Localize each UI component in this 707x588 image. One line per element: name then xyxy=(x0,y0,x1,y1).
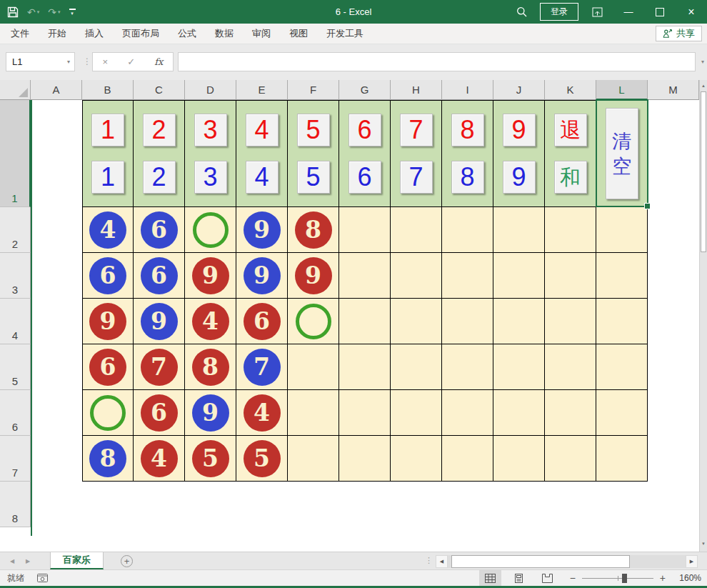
cell-c7[interactable]: 4 xyxy=(134,436,185,482)
ribbon-tab-data[interactable]: 数据 xyxy=(206,24,243,44)
cell-m2[interactable] xyxy=(648,207,699,253)
cell-b7[interactable]: 8 xyxy=(82,436,134,482)
previous-sheet-button[interactable]: ◀ xyxy=(4,552,20,569)
cell-j7[interactable] xyxy=(493,436,545,482)
column-header-l[interactable]: L xyxy=(596,80,648,100)
clear-button[interactable]: 清空 xyxy=(606,108,638,199)
column-header-h[interactable]: H xyxy=(391,80,442,100)
column-header-f[interactable]: F xyxy=(288,80,339,100)
cell-b3[interactable]: 6 xyxy=(82,253,134,299)
cell-c6[interactable]: 6 xyxy=(134,390,185,436)
search-button[interactable] xyxy=(506,0,537,24)
cell-g6[interactable] xyxy=(339,390,391,436)
ribbon-tab-formulas[interactable]: 公式 xyxy=(169,24,206,44)
scroll-down-icon[interactable]: ▼ xyxy=(700,542,707,546)
bet-button-blue-7[interactable]: 7 xyxy=(400,161,433,194)
cell-m4[interactable] xyxy=(648,299,699,344)
ribbon-tab-review[interactable]: 审阅 xyxy=(243,24,280,44)
cell-c3[interactable]: 6 xyxy=(134,253,185,299)
cell-d3[interactable]: 9 xyxy=(185,253,236,299)
share-button[interactable]: 共享 xyxy=(656,26,702,41)
cell-h7[interactable] xyxy=(391,436,442,482)
bet-button-blue-5[interactable]: 5 xyxy=(297,161,330,194)
column-header-c[interactable]: C xyxy=(134,80,185,100)
bet-button-blue-6[interactable]: 6 xyxy=(349,161,381,194)
cell-k5[interactable] xyxy=(545,344,596,390)
bet-button-blue-3[interactable]: 3 xyxy=(194,161,227,194)
cancel-button[interactable]: × xyxy=(103,56,109,67)
cell-f6[interactable] xyxy=(288,390,339,436)
column-header-e[interactable]: E xyxy=(236,80,288,100)
name-box-dropdown-icon[interactable]: ▾ xyxy=(67,59,74,65)
ribbon-tab-home[interactable]: 开始 xyxy=(39,24,76,44)
column-header-k[interactable]: K xyxy=(545,80,596,100)
cell-e4[interactable]: 6 xyxy=(236,299,288,344)
cell-h5[interactable] xyxy=(391,344,442,390)
row-header-8[interactable]: 8 xyxy=(0,482,31,527)
view-normal-button[interactable] xyxy=(479,570,501,586)
new-sheet-button[interactable]: + xyxy=(121,555,133,567)
bet-button-blue-8[interactable]: 8 xyxy=(451,161,484,194)
cell-a2[interactable] xyxy=(31,207,82,253)
cell-c4[interactable]: 9 xyxy=(134,299,185,344)
horizontal-scroll-track[interactable] xyxy=(448,555,686,568)
column-header-m[interactable]: M xyxy=(648,80,699,100)
cell-g3[interactable] xyxy=(339,253,391,299)
column-header-g[interactable]: G xyxy=(339,80,391,100)
maximize-button[interactable] xyxy=(644,0,676,24)
cell-l2[interactable] xyxy=(596,207,648,253)
cell-f4[interactable] xyxy=(288,299,339,344)
cell-j6[interactable] xyxy=(493,390,545,436)
row-header-7[interactable]: 7 xyxy=(0,436,31,482)
scroll-right-icon[interactable]: ▶ xyxy=(686,555,698,568)
row-header-1[interactable]: 1 xyxy=(0,100,31,207)
redo-dropdown-icon[interactable]: ▾ xyxy=(58,9,61,14)
cell-d6[interactable]: 9 xyxy=(185,390,236,436)
zoom-level[interactable]: 160% xyxy=(671,573,701,583)
bet-button-blue-4[interactable]: 4 xyxy=(246,161,279,194)
macro-record-icon[interactable] xyxy=(37,574,48,582)
undo-button[interactable]: ↶▾ xyxy=(27,7,39,17)
row-header-3[interactable]: 3 xyxy=(0,253,31,299)
bet-button-blue-1[interactable]: 1 xyxy=(91,161,124,194)
cell-f5[interactable] xyxy=(288,344,339,390)
formula-input[interactable] xyxy=(178,52,696,71)
cell-d5[interactable]: 8 xyxy=(185,344,236,390)
cell-m1[interactable] xyxy=(648,100,699,207)
cell-m6[interactable] xyxy=(648,390,699,436)
column-header-i[interactable]: I xyxy=(442,80,493,100)
cell-l7[interactable] xyxy=(596,436,648,482)
bet-button-red-7[interactable]: 7 xyxy=(400,114,433,146)
column-header-a[interactable]: A xyxy=(31,80,82,100)
tab-bar-drag-handle[interactable]: ⋮ xyxy=(425,556,433,565)
bet-button-red-6[interactable]: 6 xyxy=(349,114,381,146)
row-header-4[interactable]: 4 xyxy=(0,299,31,344)
cell-g5[interactable] xyxy=(339,344,391,390)
cell-j3[interactable] xyxy=(493,253,545,299)
retreat-button[interactable]: 退 xyxy=(554,114,587,146)
cell-j5[interactable] xyxy=(493,344,545,390)
cell-f7[interactable] xyxy=(288,436,339,482)
bet-button-red-5[interactable]: 5 xyxy=(297,114,330,146)
cell-k3[interactable] xyxy=(545,253,596,299)
customize-quick-access-button[interactable]: ▾ xyxy=(69,9,76,16)
login-button[interactable]: 登录 xyxy=(540,3,578,21)
select-all-corner[interactable] xyxy=(0,80,31,100)
horizontal-scroll-thumb[interactable] xyxy=(451,555,630,568)
cell-l4[interactable] xyxy=(596,299,648,344)
minimize-button[interactable]: — xyxy=(613,0,644,24)
horizontal-scrollbar[interactable]: ◀ ▶ xyxy=(436,554,698,568)
cell-b2[interactable]: 4 xyxy=(82,207,134,253)
cell-i3[interactable] xyxy=(442,253,493,299)
close-button[interactable]: × xyxy=(676,0,707,24)
cell-h3[interactable] xyxy=(391,253,442,299)
bet-button-red-8[interactable]: 8 xyxy=(451,114,484,146)
cell-e2[interactable]: 9 xyxy=(236,207,288,253)
zoom-in-button[interactable]: + xyxy=(660,572,666,584)
cell-m3[interactable] xyxy=(648,253,699,299)
cell-i4[interactable] xyxy=(442,299,493,344)
cell-g7[interactable] xyxy=(339,436,391,482)
row-header-6[interactable]: 6 xyxy=(0,390,31,436)
cell-l3[interactable] xyxy=(596,253,648,299)
vertical-scroll-thumb[interactable] xyxy=(701,91,706,252)
